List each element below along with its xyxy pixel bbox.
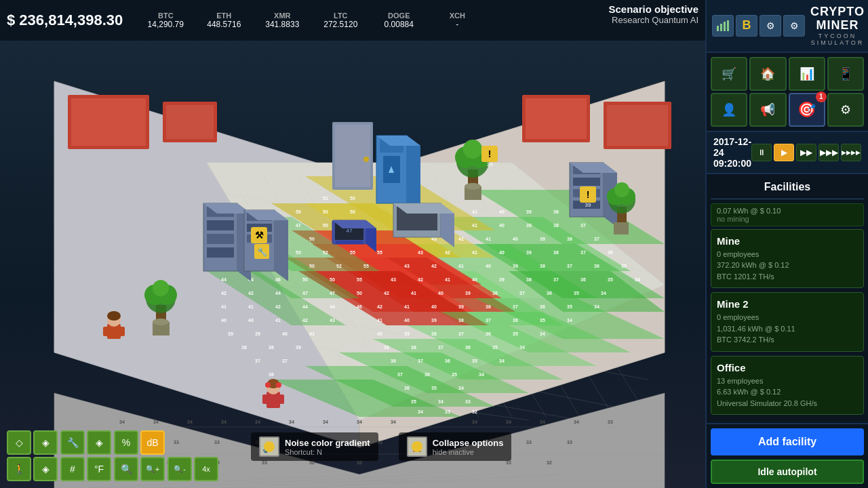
svg-text:37: 37	[458, 331, 464, 336]
nav-target[interactable]: 🎯 1	[789, 93, 825, 127]
speed-play[interactable]: ▶	[774, 144, 794, 161]
gear1-icon-btn[interactable]: ⚙	[760, 15, 781, 37]
svg-text:34: 34	[540, 331, 545, 336]
logo-subtitle: TYCOON SIMULATOR	[810, 33, 865, 46]
svg-rect-340	[724, 22, 726, 31]
nav-mobile[interactable]: 📱	[827, 57, 864, 91]
svg-text:39: 39	[384, 345, 389, 350]
datetime-bar: 2017-12-24 09:20:00 ⏸ ▶ ▶▶ ▶▶▶ ▶▶▶▶	[707, 132, 868, 174]
facility-detail-1: 0 employees 1,031.46 kWh @ $ 0.11 BTC 37…	[717, 312, 858, 346]
svg-text:41: 41	[411, 291, 416, 296]
toolbar-group-2: 🔧 ◈ # °F	[60, 430, 111, 481]
svg-text:38: 38	[431, 331, 437, 336]
svg-text:41: 41	[309, 331, 315, 336]
facility-card-1[interactable]: Mine 2 0 employees 1,031.46 kWh @ $ 0.11…	[711, 292, 864, 352]
svg-rect-338	[717, 26, 719, 31]
svg-text:52: 52	[336, 264, 342, 268]
svg-text:42: 42	[377, 304, 382, 309]
tool-temp[interactable]: °F	[87, 457, 111, 481]
svg-point-261	[463, 140, 482, 159]
svg-text:39: 39	[228, 331, 233, 336]
svg-text:38: 38	[567, 237, 572, 241]
svg-text:44: 44	[330, 304, 335, 309]
b-icon-btn[interactable]: B	[736, 15, 757, 37]
svg-text:40: 40	[221, 318, 226, 323]
add-facility-button[interactable]: Add facility	[711, 428, 864, 455]
facility-card-0[interactable]: Mine 0 employees 372.20 kWh @ $ 0.12 BTC…	[711, 229, 864, 289]
gear2-icon-btn[interactable]: ⚙	[783, 15, 805, 37]
svg-text:38: 38	[269, 345, 274, 350]
tool-zoom1[interactable]: 🔍	[114, 457, 138, 481]
facility-card-2[interactable]: Office 13 employees 6.63 kWh @ $ 0.12 Un…	[711, 356, 864, 415]
svg-text:50: 50	[323, 223, 328, 228]
tool-walk[interactable]: 🚶	[7, 457, 31, 481]
tool-zoom-out[interactable]: 🔍-	[167, 457, 192, 481]
speed-fastest[interactable]: ▶▶▶▶	[841, 144, 861, 161]
speed-faster[interactable]: ▶▶▶	[818, 144, 839, 161]
tool-percent[interactable]: %	[114, 430, 138, 455]
nav-settings[interactable]: ⚙	[827, 93, 864, 127]
svg-rect-274	[119, 327, 125, 336]
tool-layer[interactable]: ◈	[87, 430, 111, 455]
svg-text:36: 36	[580, 277, 586, 282]
svg-text:39: 39	[499, 277, 505, 282]
idle-autopilot-button[interactable]: Idle autopilot	[711, 460, 864, 484]
facility-detail-2: 13 employees 6.63 kWh @ $ 0.12 Universal…	[717, 375, 858, 409]
svg-text:38: 38	[492, 291, 498, 296]
svg-text:39: 39	[404, 331, 410, 336]
nav-stats[interactable]: 📊	[789, 57, 825, 91]
svg-text:35: 35	[574, 291, 579, 296]
speed-pause[interactable]: ⏸	[751, 144, 772, 161]
chart-icon-btn[interactable]	[712, 15, 734, 37]
legend-collapse[interactable]: 📋 Collapse options hide inactive	[399, 432, 512, 461]
svg-text:37: 37	[513, 304, 518, 309]
collapse-label: Collapse options	[433, 438, 504, 448]
svg-text:42: 42	[275, 304, 281, 309]
svg-rect-218	[335, 125, 370, 187]
nav-person[interactable]: 👤	[711, 93, 747, 127]
tool-obj[interactable]: ◈	[33, 457, 58, 481]
tool-zoom-in[interactable]: 🔍+	[140, 457, 165, 481]
tool-iso[interactable]: ◈	[33, 430, 58, 455]
svg-text:39: 39	[458, 304, 464, 309]
svg-rect-273	[103, 327, 108, 336]
svg-rect-216	[607, 105, 668, 146]
svg-text:50: 50	[296, 250, 301, 255]
svg-text:39: 39	[526, 209, 532, 214]
tool-hash[interactable]: #	[60, 457, 85, 481]
nav-shop[interactable]: 🛒	[711, 57, 747, 91]
svg-text:55: 55	[350, 250, 355, 255]
tool-flat[interactable]: ◇	[7, 430, 31, 455]
legend: 🔊 Noise color gradient Shortcut: N 📋 Col…	[251, 432, 511, 461]
svg-rect-210	[71, 98, 146, 146]
svg-text:46: 46	[357, 304, 362, 309]
svg-text:46: 46	[275, 277, 281, 282]
status-mining: no mining	[717, 215, 858, 223]
svg-text:38: 38	[486, 304, 491, 309]
svg-text:38: 38	[553, 250, 559, 255]
facility-status: 0.07 kWh @ $ 0.10 no mining	[711, 203, 864, 226]
svg-text:37: 37	[553, 277, 559, 282]
tool-db[interactable]: dB	[140, 430, 165, 455]
svg-text:47: 47	[347, 228, 353, 234]
svg-text:42: 42	[302, 318, 308, 323]
nav-home[interactable]: 🏠	[749, 57, 786, 91]
svg-text:40: 40	[377, 331, 382, 336]
svg-text:41: 41	[486, 237, 491, 241]
svg-text:37: 37	[567, 264, 572, 268]
facility-cards: Mine 0 employees 372.20 kWh @ $ 0.12 BTC…	[711, 229, 864, 415]
tool-build[interactable]: 🔧	[60, 430, 85, 455]
svg-text:35: 35	[621, 264, 627, 268]
nav-announce[interactable]: 📢	[749, 93, 786, 127]
facilities-panel[interactable]: Facilities 0.07 kWh @ $ 0.10 no mining M…	[707, 174, 868, 423]
right-panel: B ⚙ ⚙ CRYPTO MINER TYCOON SIMULATOR 🛒 🏠 …	[705, 0, 868, 488]
tool-4x[interactable]: 4x	[194, 457, 218, 481]
speed-fast[interactable]: ▶▶	[796, 144, 816, 161]
svg-text:36: 36	[608, 250, 613, 255]
svg-text:50: 50	[350, 209, 355, 214]
svg-text:36: 36	[465, 345, 471, 350]
toolbar-group-1: ◇ ◈ 🚶 ◈	[7, 430, 58, 481]
legend-noise[interactable]: 🔊 Noise color gradient Shortcut: N	[251, 432, 378, 461]
nav-grid: 🛒 🏠 📊 📱 👤 📢 🎯 1 ⚙	[707, 53, 868, 132]
svg-text:42: 42	[418, 277, 423, 282]
